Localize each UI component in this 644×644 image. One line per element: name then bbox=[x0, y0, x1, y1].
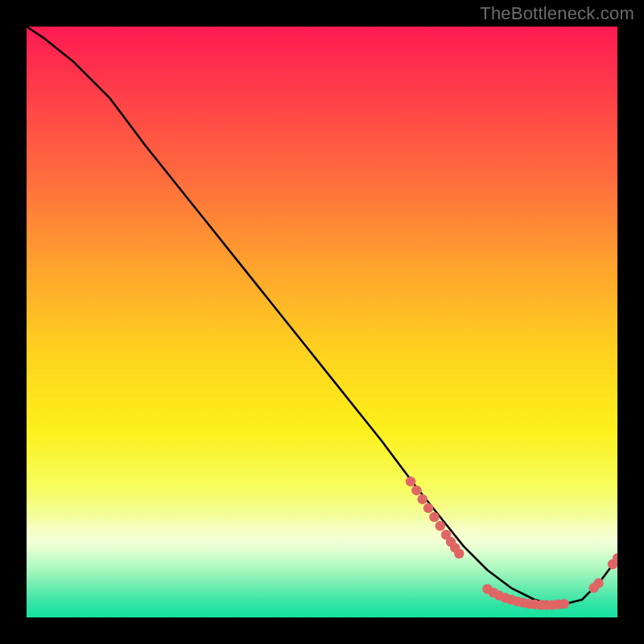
bottleneck-curve-line bbox=[27, 27, 617, 605]
marker-group bbox=[406, 477, 617, 610]
chart-svg-overlay bbox=[27, 27, 617, 617]
curve-marker-dot bbox=[406, 477, 415, 486]
curve-marker-dot bbox=[423, 503, 433, 513]
chart-frame: TheBottleneck.com bbox=[0, 0, 644, 644]
curve-marker-dot bbox=[418, 494, 427, 504]
curve-marker-dot bbox=[436, 521, 445, 530]
curve-marker-dot bbox=[593, 578, 603, 588]
curve-marker-dot bbox=[411, 485, 421, 495]
curve-marker-dot bbox=[454, 548, 464, 558]
watermark-text: TheBottleneck.com bbox=[480, 3, 634, 24]
curve-marker-dot bbox=[559, 599, 569, 609]
curve-marker-dot bbox=[429, 512, 439, 522]
